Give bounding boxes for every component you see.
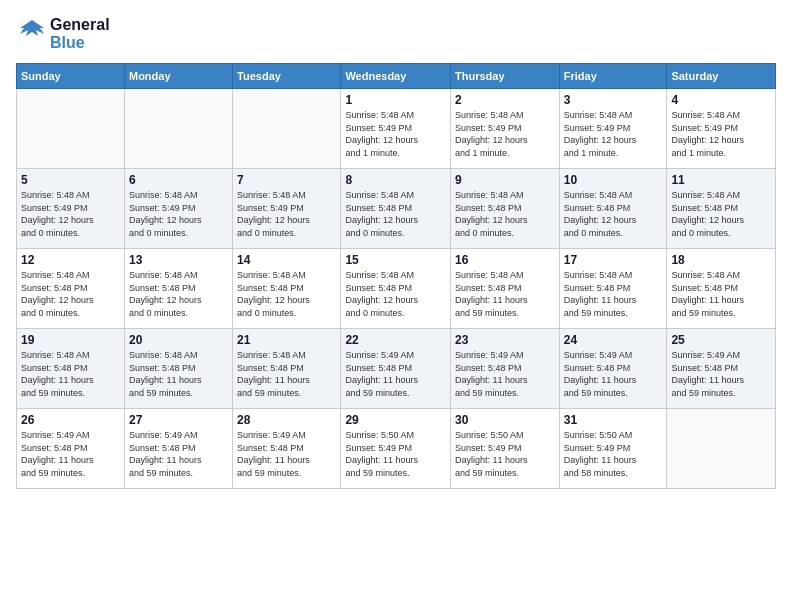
calendar-cell — [233, 89, 341, 169]
day-info: Sunrise: 5:48 AM Sunset: 5:49 PM Dayligh… — [345, 109, 446, 159]
calendar-cell: 6Sunrise: 5:48 AM Sunset: 5:49 PM Daylig… — [124, 169, 232, 249]
day-info: Sunrise: 5:48 AM Sunset: 5:48 PM Dayligh… — [21, 269, 120, 319]
day-info: Sunrise: 5:48 AM Sunset: 5:48 PM Dayligh… — [21, 349, 120, 399]
logo-text-block: General Blue — [16, 16, 110, 51]
calendar-cell: 7Sunrise: 5:48 AM Sunset: 5:49 PM Daylig… — [233, 169, 341, 249]
calendar-cell: 18Sunrise: 5:48 AM Sunset: 5:48 PM Dayli… — [667, 249, 776, 329]
day-info: Sunrise: 5:48 AM Sunset: 5:48 PM Dayligh… — [129, 349, 228, 399]
day-info: Sunrise: 5:48 AM Sunset: 5:49 PM Dayligh… — [671, 109, 771, 159]
logo-blue: Blue — [50, 34, 85, 51]
weekday-header: Wednesday — [341, 64, 451, 89]
calendar-cell: 31Sunrise: 5:50 AM Sunset: 5:49 PM Dayli… — [559, 409, 667, 489]
day-number: 20 — [129, 333, 228, 347]
day-info: Sunrise: 5:48 AM Sunset: 5:48 PM Dayligh… — [671, 189, 771, 239]
day-info: Sunrise: 5:48 AM Sunset: 5:49 PM Dayligh… — [564, 109, 663, 159]
day-info: Sunrise: 5:48 AM Sunset: 5:48 PM Dayligh… — [564, 269, 663, 319]
day-number: 26 — [21, 413, 120, 427]
day-number: 4 — [671, 93, 771, 107]
day-info: Sunrise: 5:50 AM Sunset: 5:49 PM Dayligh… — [564, 429, 663, 479]
calendar-cell: 30Sunrise: 5:50 AM Sunset: 5:49 PM Dayli… — [451, 409, 560, 489]
calendar-cell: 26Sunrise: 5:49 AM Sunset: 5:48 PM Dayli… — [17, 409, 125, 489]
day-number: 6 — [129, 173, 228, 187]
day-number: 14 — [237, 253, 336, 267]
day-number: 13 — [129, 253, 228, 267]
day-number: 5 — [21, 173, 120, 187]
calendar-cell: 2Sunrise: 5:48 AM Sunset: 5:49 PM Daylig… — [451, 89, 560, 169]
weekday-header: Tuesday — [233, 64, 341, 89]
day-number: 11 — [671, 173, 771, 187]
calendar-cell: 15Sunrise: 5:48 AM Sunset: 5:48 PM Dayli… — [341, 249, 451, 329]
day-number: 7 — [237, 173, 336, 187]
day-info: Sunrise: 5:48 AM Sunset: 5:49 PM Dayligh… — [237, 189, 336, 239]
calendar-cell: 21Sunrise: 5:48 AM Sunset: 5:48 PM Dayli… — [233, 329, 341, 409]
calendar-body: 1Sunrise: 5:48 AM Sunset: 5:49 PM Daylig… — [17, 89, 776, 489]
calendar-cell: 8Sunrise: 5:48 AM Sunset: 5:48 PM Daylig… — [341, 169, 451, 249]
day-number: 30 — [455, 413, 555, 427]
weekday-header: Friday — [559, 64, 667, 89]
day-number: 28 — [237, 413, 336, 427]
calendar-cell: 3Sunrise: 5:48 AM Sunset: 5:49 PM Daylig… — [559, 89, 667, 169]
calendar-cell: 25Sunrise: 5:49 AM Sunset: 5:48 PM Dayli… — [667, 329, 776, 409]
day-number: 24 — [564, 333, 663, 347]
day-number: 17 — [564, 253, 663, 267]
calendar-cell: 14Sunrise: 5:48 AM Sunset: 5:48 PM Dayli… — [233, 249, 341, 329]
logo-general: General — [50, 16, 110, 33]
weekday-header: Monday — [124, 64, 232, 89]
day-info: Sunrise: 5:48 AM Sunset: 5:48 PM Dayligh… — [671, 269, 771, 319]
day-number: 27 — [129, 413, 228, 427]
day-info: Sunrise: 5:48 AM Sunset: 5:49 PM Dayligh… — [129, 189, 228, 239]
calendar-cell: 22Sunrise: 5:49 AM Sunset: 5:48 PM Dayli… — [341, 329, 451, 409]
day-number: 10 — [564, 173, 663, 187]
day-info: Sunrise: 5:48 AM Sunset: 5:48 PM Dayligh… — [129, 269, 228, 319]
day-number: 19 — [21, 333, 120, 347]
day-info: Sunrise: 5:49 AM Sunset: 5:48 PM Dayligh… — [671, 349, 771, 399]
weekday-header: Thursday — [451, 64, 560, 89]
calendar-week-row: 19Sunrise: 5:48 AM Sunset: 5:48 PM Dayli… — [17, 329, 776, 409]
day-info: Sunrise: 5:49 AM Sunset: 5:48 PM Dayligh… — [455, 349, 555, 399]
day-info: Sunrise: 5:48 AM Sunset: 5:48 PM Dayligh… — [455, 189, 555, 239]
day-info: Sunrise: 5:49 AM Sunset: 5:48 PM Dayligh… — [21, 429, 120, 479]
day-number: 25 — [671, 333, 771, 347]
calendar-cell: 17Sunrise: 5:48 AM Sunset: 5:48 PM Dayli… — [559, 249, 667, 329]
day-info: Sunrise: 5:48 AM Sunset: 5:49 PM Dayligh… — [21, 189, 120, 239]
calendar-cell — [124, 89, 232, 169]
day-info: Sunrise: 5:48 AM Sunset: 5:48 PM Dayligh… — [237, 349, 336, 399]
calendar-cell: 12Sunrise: 5:48 AM Sunset: 5:48 PM Dayli… — [17, 249, 125, 329]
calendar-cell: 4Sunrise: 5:48 AM Sunset: 5:49 PM Daylig… — [667, 89, 776, 169]
calendar-cell: 9Sunrise: 5:48 AM Sunset: 5:48 PM Daylig… — [451, 169, 560, 249]
day-info: Sunrise: 5:48 AM Sunset: 5:48 PM Dayligh… — [564, 189, 663, 239]
day-number: 29 — [345, 413, 446, 427]
day-number: 16 — [455, 253, 555, 267]
day-info: Sunrise: 5:49 AM Sunset: 5:48 PM Dayligh… — [237, 429, 336, 479]
calendar-cell: 19Sunrise: 5:48 AM Sunset: 5:48 PM Dayli… — [17, 329, 125, 409]
calendar-table: SundayMondayTuesdayWednesdayThursdayFrid… — [16, 63, 776, 489]
logo: General Blue — [16, 16, 110, 51]
day-info: Sunrise: 5:48 AM Sunset: 5:48 PM Dayligh… — [345, 269, 446, 319]
day-info: Sunrise: 5:49 AM Sunset: 5:48 PM Dayligh… — [345, 349, 446, 399]
calendar-cell: 28Sunrise: 5:49 AM Sunset: 5:48 PM Dayli… — [233, 409, 341, 489]
day-info: Sunrise: 5:50 AM Sunset: 5:49 PM Dayligh… — [345, 429, 446, 479]
day-number: 2 — [455, 93, 555, 107]
calendar-cell: 23Sunrise: 5:49 AM Sunset: 5:48 PM Dayli… — [451, 329, 560, 409]
page-header: General Blue — [16, 16, 776, 51]
day-info: Sunrise: 5:48 AM Sunset: 5:48 PM Dayligh… — [345, 189, 446, 239]
weekday-header: Sunday — [17, 64, 125, 89]
weekday-header: Saturday — [667, 64, 776, 89]
calendar-cell — [667, 409, 776, 489]
day-info: Sunrise: 5:48 AM Sunset: 5:49 PM Dayligh… — [455, 109, 555, 159]
calendar-week-row: 26Sunrise: 5:49 AM Sunset: 5:48 PM Dayli… — [17, 409, 776, 489]
day-info: Sunrise: 5:49 AM Sunset: 5:48 PM Dayligh… — [129, 429, 228, 479]
day-number: 31 — [564, 413, 663, 427]
calendar-cell: 24Sunrise: 5:49 AM Sunset: 5:48 PM Dayli… — [559, 329, 667, 409]
day-number: 21 — [237, 333, 336, 347]
day-number: 12 — [21, 253, 120, 267]
day-info: Sunrise: 5:49 AM Sunset: 5:48 PM Dayligh… — [564, 349, 663, 399]
day-number: 22 — [345, 333, 446, 347]
calendar-cell — [17, 89, 125, 169]
calendar-cell: 5Sunrise: 5:48 AM Sunset: 5:49 PM Daylig… — [17, 169, 125, 249]
calendar-cell: 13Sunrise: 5:48 AM Sunset: 5:48 PM Dayli… — [124, 249, 232, 329]
day-number: 18 — [671, 253, 771, 267]
calendar-cell: 11Sunrise: 5:48 AM Sunset: 5:48 PM Dayli… — [667, 169, 776, 249]
logo-bird-icon — [16, 18, 48, 50]
day-number: 1 — [345, 93, 446, 107]
